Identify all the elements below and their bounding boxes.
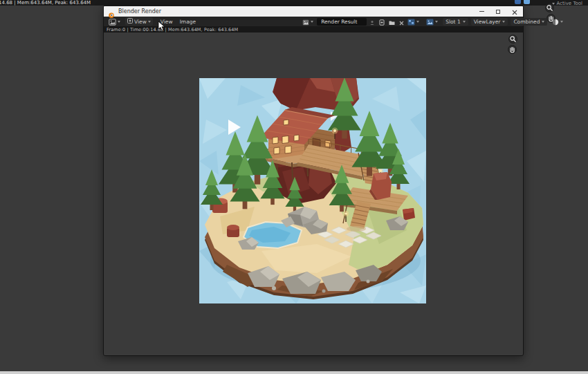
- layer-image-icon: [426, 15, 434, 28]
- viewport-pan-gizmo[interactable]: [508, 45, 517, 54]
- new-image-button[interactable]: [378, 17, 386, 26]
- image-editor-viewport[interactable]: [104, 32, 523, 355]
- maximize-icon: [496, 10, 500, 14]
- render-info-bar: Frame:0 | Time:00:14.68 | Mem:643.64M, P…: [104, 26, 523, 32]
- chevron-down-icon: [435, 21, 438, 23]
- render-result-image: [199, 78, 426, 303]
- display-channels-dropdown[interactable]: [550, 17, 565, 26]
- new-image-icon: [379, 15, 385, 28]
- chevron-down-icon: [463, 21, 466, 23]
- hand-icon: [508, 43, 516, 56]
- render-info-text: Frame:0 | Time:00:14.68 | Mem:643.64M, P…: [107, 27, 238, 32]
- mode-dropdown[interactable]: View: [125, 17, 153, 26]
- minimize-icon: [479, 11, 484, 12]
- chevron-down-icon: [311, 21, 313, 23]
- mouse-cursor: [158, 21, 166, 35]
- header-right-group: Slot 1 ViewLayer Combined: [405, 17, 565, 26]
- fake-user-button[interactable]: [368, 17, 376, 26]
- window-controls: [473, 6, 523, 17]
- bottom-progress-bar: [0, 371, 588, 374]
- slot-dropdown[interactable]: Slot 1: [443, 18, 468, 26]
- slot-label: Slot 1: [445, 19, 461, 25]
- image-datablock-selector: Render Result: [300, 17, 405, 26]
- blender-logo-icon: [108, 8, 115, 15]
- maximize-button[interactable]: [490, 6, 506, 17]
- active-tool-header[interactable]: Active Tool: [552, 1, 582, 6]
- folder-icon: [389, 15, 395, 28]
- fake-user-icon: [369, 15, 375, 28]
- screen: { "topbar": { "stats": "14.68 | Mem:643.…: [0, 0, 588, 374]
- memory-stats-text: 14.68 | Mem:643.64M, Peak: 643.64M: [0, 0, 91, 6]
- topbar-partial-icon-2: [524, 0, 530, 4]
- view-layer-label: ViewLayer: [474, 19, 501, 25]
- chevron-down-icon: [542, 21, 544, 23]
- window-titlebar[interactable]: Blender Render: [104, 6, 523, 17]
- image-icon: [302, 15, 309, 28]
- editor-type-button[interactable]: [107, 17, 122, 26]
- top-status-strip: 14.68 | Mem:643.64M, Peak: 643.64M: [0, 0, 588, 6]
- close-icon: [512, 5, 517, 18]
- blender-render-window: Blender Render View View Image: [103, 6, 524, 356]
- render-pass-label: Combined: [513, 19, 540, 25]
- mode-label: View: [134, 19, 147, 25]
- render-pass-dropdown[interactable]: Combined: [511, 18, 547, 26]
- active-tool-label: Active Tool: [557, 1, 582, 6]
- render-slot-icon-dropdown[interactable]: [405, 17, 421, 26]
- window-title: Blender Render: [118, 6, 161, 17]
- chevron-down-icon: [416, 21, 419, 23]
- display-channels-icon: [552, 15, 559, 28]
- open-image-button[interactable]: [387, 17, 396, 26]
- view-mode-icon: [127, 18, 133, 25]
- browse-image-button[interactable]: [300, 17, 315, 26]
- chevron-down-icon: [560, 21, 563, 23]
- chevron-down-icon: [148, 21, 151, 23]
- close-button[interactable]: [506, 6, 523, 17]
- chevron-down-icon: [118, 21, 120, 23]
- image-name-field[interactable]: Render Result: [317, 18, 367, 26]
- view-layer-icon-dropdown[interactable]: [424, 17, 440, 26]
- close-icon: [399, 15, 404, 28]
- minimize-button[interactable]: [473, 6, 490, 17]
- topbar-partial-icon-1: [515, 0, 521, 4]
- unlink-image-button[interactable]: [397, 17, 405, 26]
- render-slot-icon: [407, 15, 415, 28]
- menu-image[interactable]: Image: [176, 17, 200, 26]
- view-layer-dropdown[interactable]: ViewLayer: [471, 18, 508, 26]
- chevron-down-icon: [502, 21, 505, 23]
- image-editor-header: View View Image Render Result: [104, 17, 523, 26]
